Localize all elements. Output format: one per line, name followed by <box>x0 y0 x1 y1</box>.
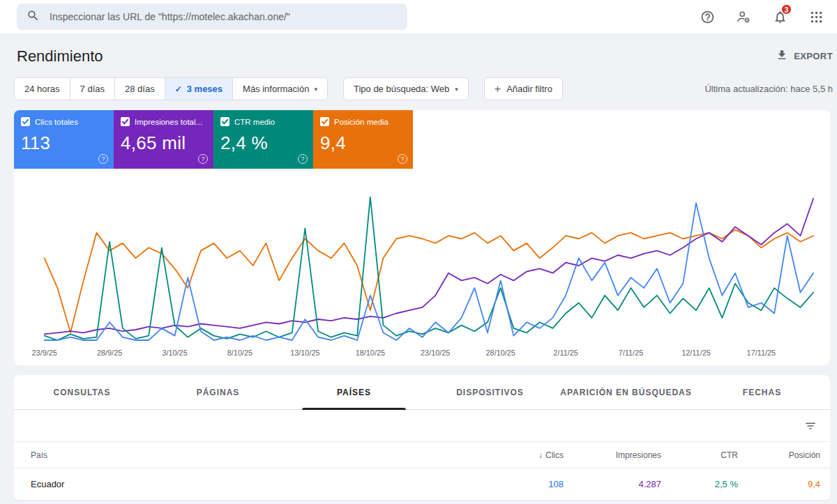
url-inspect-search[interactable] <box>17 3 407 30</box>
add-filter-label: Añadir filtro <box>506 84 552 94</box>
metric-card-ctr-medio[interactable]: CTR medio2,4 %? <box>213 110 313 169</box>
range-option-3-meses[interactable]: ✓3 meses <box>165 78 232 100</box>
performance-chart[interactable]: 23/9/2528/9/253/10/258/10/2513/10/2518/1… <box>21 187 823 361</box>
top-app-bar: 3 <box>0 0 837 33</box>
chart-line-posici-n-media <box>45 230 813 333</box>
col-header-label: País <box>31 450 47 460</box>
search-type-filter[interactable]: Tipo de búsqueda: Web ▾ <box>343 77 469 100</box>
page-title: Rendimiento <box>17 47 103 66</box>
metric-checkbox[interactable] <box>220 117 229 126</box>
table-body: Ecuador1084.2872,5 %9,4 <box>14 468 830 501</box>
tab-aparici-n-en-b-squedas[interactable]: APARICIÓN EN BÚSQUEDAS <box>558 375 694 409</box>
tab-label: PAÍSES <box>337 388 371 397</box>
more-info-label: Más información <box>243 84 309 94</box>
chevron-down-icon: ▾ <box>314 86 317 93</box>
last-update-text: Última actualización: hace 5,5 h <box>704 84 834 94</box>
metric-card-header: Posición media <box>320 117 406 126</box>
metric-value: 2,4 % <box>220 132 306 154</box>
tab-fechas[interactable]: FECHAS <box>694 375 830 409</box>
range-option-label: 3 meses <box>187 84 223 94</box>
metric-help-icon[interactable]: ? <box>198 154 208 164</box>
table-toolbar <box>14 410 830 442</box>
x-axis-tick: 3/10/25 <box>162 349 187 357</box>
metric-label: Posición media <box>334 118 389 126</box>
metric-help-icon[interactable]: ? <box>298 154 308 164</box>
tab-pa-ses[interactable]: PAÍSES <box>286 375 422 409</box>
tab-p-ginas[interactable]: PÁGINAS <box>150 375 286 409</box>
export-label: EXPORT <box>794 51 833 61</box>
range-option-7-d-as[interactable]: 7 días <box>70 78 114 100</box>
table-filter-icon[interactable] <box>802 418 819 434</box>
cell-impresiones: 4.287 <box>564 479 661 489</box>
metric-card-impresiones-total[interactable]: Impresiones total...4,65 mil? <box>114 110 213 169</box>
metric-value: 4,65 mil <box>121 132 206 154</box>
search-icon <box>27 9 40 25</box>
col-header-impresiones[interactable]: Impresiones <box>564 450 661 460</box>
metric-label: CTR medio <box>234 118 275 126</box>
metric-card-clics-totales[interactable]: Clics totales113? <box>14 110 114 169</box>
col-header-label: Impresiones <box>616 450 661 460</box>
tab-label: DISPOSITIVOS <box>456 388 524 397</box>
metric-card-header: CTR medio <box>220 117 306 126</box>
metric-card-posici-n-media[interactable]: Posición media9,4? <box>313 110 413 169</box>
chart-line-ctr-medio <box>45 197 813 340</box>
cell-ctr: 2,5 % <box>661 479 738 489</box>
tab-label: CONSULTAS <box>54 388 111 397</box>
x-axis-tick: 28/10/25 <box>486 349 515 357</box>
col-header-pa-s[interactable]: País <box>31 450 459 460</box>
tab-dispositivos[interactable]: DISPOSITIVOS <box>422 375 558 409</box>
x-axis-tick: 2/11/25 <box>553 349 578 357</box>
table-header: País↓ClicsImpresionesCTRPosición <box>14 442 830 468</box>
cell-pais: Ecuador <box>31 479 459 489</box>
tab-consultas[interactable]: CONSULTAS <box>14 375 150 409</box>
check-icon: ✓ <box>175 84 182 94</box>
metric-help-icon[interactable]: ? <box>98 154 108 164</box>
date-range-group: 24 horas7 días28 días✓3 mesesMás informa… <box>14 77 328 100</box>
notifications-icon[interactable]: 3 <box>771 8 788 25</box>
tab-label: APARICIÓN EN BÚSQUEDAS <box>560 388 691 397</box>
col-header-label: Clics <box>545 450 564 460</box>
metric-checkbox[interactable] <box>320 117 329 126</box>
metric-checkbox[interactable] <box>21 117 30 126</box>
col-header-ctr[interactable]: CTR <box>661 450 738 460</box>
metric-checkbox[interactable] <box>121 117 130 126</box>
x-axis-tick: 17/11/25 <box>747 349 776 357</box>
col-header-posici-n[interactable]: Posición <box>738 450 820 460</box>
range-option-24-horas[interactable]: 24 horas <box>15 78 70 100</box>
table-row-ecuador[interactable]: Ecuador1084.2872,5 %9,4 <box>14 468 830 501</box>
metric-value: 113 <box>21 132 107 154</box>
dimension-tabs: CONSULTASPÁGINASPAÍSESDISPOSITIVOSAPARIC… <box>14 375 830 410</box>
page-header: Rendimiento EXPORT <box>0 33 837 72</box>
col-header-label: CTR <box>721 450 738 460</box>
url-inspect-input[interactable] <box>48 10 398 23</box>
x-axis-tick: 23/10/25 <box>421 349 450 357</box>
col-header-clics[interactable]: ↓Clics <box>459 450 564 460</box>
col-header-label: Posición <box>789 450 820 460</box>
x-axis-tick: 23/9/25 <box>32 349 57 357</box>
range-option-label: 24 horas <box>24 84 60 94</box>
cell-posicion: 9,4 <box>738 479 820 489</box>
filter-bar: 24 horas7 días28 días✓3 mesesMás informa… <box>0 72 837 100</box>
metric-value: 9,4 <box>320 132 406 154</box>
metric-cards: Clics totales113?Impresiones total...4,6… <box>14 110 830 169</box>
more-info-button[interactable]: Más información▾ <box>232 78 327 100</box>
add-filter-button[interactable]: + Añadir filtro <box>484 77 563 100</box>
help-icon[interactable] <box>699 8 716 25</box>
dimensions-panel: CONSULTASPÁGINASPAÍSESDISPOSITIVOSAPARIC… <box>14 375 830 501</box>
performance-panel: Clics totales113?Impresiones total...4,6… <box>14 110 830 365</box>
x-axis-tick: 13/10/25 <box>290 349 319 357</box>
x-axis-tick: 8/10/25 <box>227 349 252 357</box>
x-axis-tick: 18/10/25 <box>356 349 385 357</box>
user-settings-icon[interactable] <box>735 8 752 25</box>
topbar-actions: 3 <box>699 8 824 25</box>
range-option-28-d-as[interactable]: 28 días <box>114 78 165 100</box>
metric-label: Clics totales <box>35 118 78 126</box>
metric-help-icon[interactable]: ? <box>398 154 407 164</box>
tab-label: PÁGINAS <box>197 388 240 397</box>
x-axis-tick: 7/11/25 <box>619 349 644 357</box>
range-option-label: 28 días <box>125 84 155 94</box>
export-button[interactable]: EXPORT <box>771 45 833 68</box>
x-axis-tick: 12/11/25 <box>681 349 711 357</box>
sort-desc-icon: ↓ <box>538 450 543 460</box>
apps-grid-icon[interactable] <box>808 8 824 25</box>
